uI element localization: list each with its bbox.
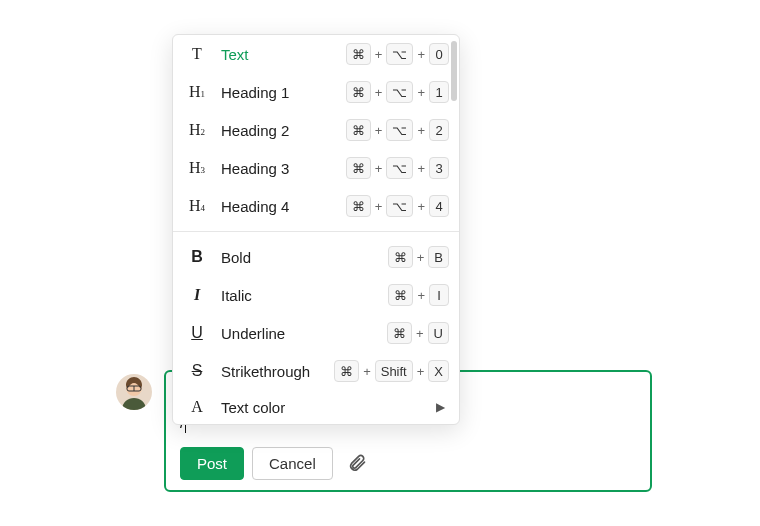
plus-sep: + <box>417 288 425 303</box>
format-option[interactable]: AText color▶ <box>173 390 459 424</box>
key: ⌥ <box>386 195 413 217</box>
shortcut: ⌘+⌥+0 <box>346 43 449 65</box>
key: ⌘ <box>346 81 371 103</box>
key: 4 <box>429 195 449 217</box>
key: ⌥ <box>386 157 413 179</box>
format-option[interactable]: BBold⌘+B <box>173 238 459 276</box>
key: ⌥ <box>386 43 413 65</box>
format-option[interactable]: H3Heading 3⌘+⌥+3 <box>173 149 459 187</box>
compose-actions: Post Cancel <box>180 447 636 480</box>
shortcut: ⌘+⌥+3 <box>346 157 449 179</box>
plus-sep: + <box>417 123 425 138</box>
key: 1 <box>429 81 449 103</box>
format-option-label: Heading 3 <box>221 160 332 177</box>
plus-sep: + <box>375 161 383 176</box>
shortcut: ⌘+Shift+X <box>334 360 449 382</box>
key: ⌘ <box>388 284 413 306</box>
format-icon: H4 <box>187 197 207 215</box>
format-icon: A <box>187 398 207 416</box>
shortcut: ⌘+⌥+4 <box>346 195 449 217</box>
shortcut: ⌘+⌥+1 <box>346 81 449 103</box>
plus-sep: + <box>375 85 383 100</box>
plus-sep: + <box>375 123 383 138</box>
format-option[interactable]: H4Heading 4⌘+⌥+4 <box>173 187 459 225</box>
post-button[interactable]: Post <box>180 447 244 480</box>
key: ⌥ <box>386 81 413 103</box>
plus-sep: + <box>416 326 424 341</box>
format-option-label: Strikethrough <box>221 363 320 380</box>
format-icon: H1 <box>187 83 207 101</box>
format-option[interactable]: UUnderline⌘+U <box>173 314 459 352</box>
key: 2 <box>429 119 449 141</box>
key: I <box>429 284 449 306</box>
key: ⌘ <box>346 157 371 179</box>
format-icon: S <box>187 362 207 380</box>
format-icon: I <box>187 286 207 304</box>
format-icon: B <box>187 248 207 266</box>
shortcut: ⌘+U <box>387 322 449 344</box>
format-option-label: Heading 2 <box>221 122 332 139</box>
cancel-button[interactable]: Cancel <box>252 447 333 480</box>
avatar-image <box>116 374 152 410</box>
key: Shift <box>375 360 413 382</box>
key: 3 <box>429 157 449 179</box>
attach-icon[interactable] <box>347 453 367 473</box>
format-option[interactable]: TText⌘+⌥+0 <box>173 35 459 73</box>
format-option[interactable]: H2Heading 2⌘+⌥+2 <box>173 111 459 149</box>
format-icon: H3 <box>187 159 207 177</box>
format-dropdown: TText⌘+⌥+0H1Heading 1⌘+⌥+1H2Heading 2⌘+⌥… <box>172 34 460 425</box>
format-option-label: Heading 4 <box>221 198 332 215</box>
format-option-label: Bold <box>221 249 374 266</box>
key: ⌥ <box>386 119 413 141</box>
key: ⌘ <box>387 322 412 344</box>
key: ⌘ <box>346 43 371 65</box>
scrollbar-thumb[interactable] <box>451 41 457 101</box>
avatar <box>116 374 152 410</box>
plus-sep: + <box>363 364 371 379</box>
plus-sep: + <box>417 364 425 379</box>
shortcut: ⌘+I <box>388 284 449 306</box>
format-option-label: Underline <box>221 325 373 342</box>
format-option-label: Italic <box>221 287 374 304</box>
key: ⌘ <box>388 246 413 268</box>
shortcut: ⌘+⌥+2 <box>346 119 449 141</box>
plus-sep: + <box>375 199 383 214</box>
key: B <box>428 246 449 268</box>
format-option-label: Text <box>221 46 332 63</box>
key: U <box>428 322 449 344</box>
key: ⌘ <box>346 119 371 141</box>
plus-sep: + <box>417 250 425 265</box>
plus-sep: + <box>417 161 425 176</box>
format-option-label: Heading 1 <box>221 84 332 101</box>
plus-sep: + <box>417 85 425 100</box>
key: ⌘ <box>334 360 359 382</box>
format-option[interactable]: H1Heading 1⌘+⌥+1 <box>173 73 459 111</box>
key: 0 <box>429 43 449 65</box>
plus-sep: + <box>417 47 425 62</box>
shortcut: ⌘+B <box>388 246 449 268</box>
key: X <box>428 360 449 382</box>
format-option[interactable]: IItalic⌘+I <box>173 276 459 314</box>
submenu-arrow-icon: ▶ <box>436 400 449 414</box>
format-icon: H2 <box>187 121 207 139</box>
plus-sep: + <box>417 199 425 214</box>
plus-sep: + <box>375 47 383 62</box>
key: ⌘ <box>346 195 371 217</box>
format-option[interactable]: SStrikethrough⌘+Shift+X <box>173 352 459 390</box>
format-icon: U <box>187 324 207 342</box>
format-icon: T <box>187 45 207 63</box>
divider <box>173 231 459 232</box>
format-option-label: Text color <box>221 399 422 416</box>
